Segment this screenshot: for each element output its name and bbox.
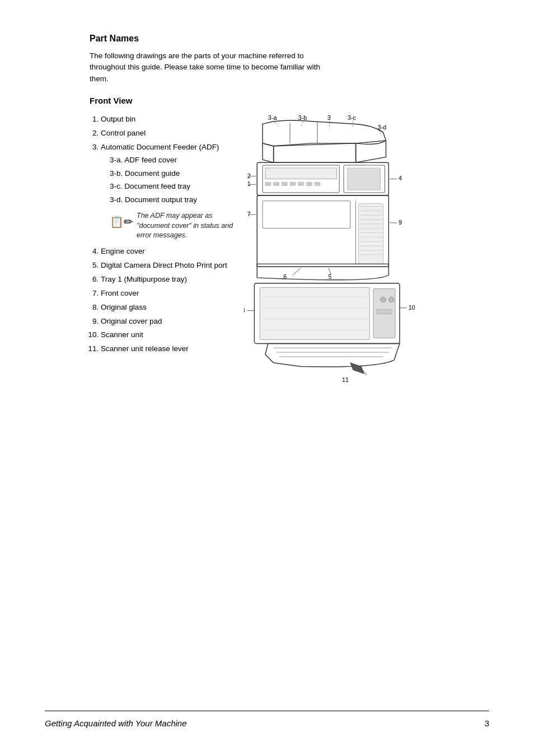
main-content: Output bin Control panel Automatic Docum… (90, 113, 489, 384)
sub-list-item: 3-a. ADF feed cover (110, 154, 238, 167)
list-item: Original glass (101, 301, 238, 314)
svg-point-56 (381, 297, 386, 302)
parts-list: Output bin Control panel Automatic Docum… (90, 113, 238, 357)
svg-rect-13 (290, 182, 296, 185)
list-item: Output bin (101, 113, 238, 126)
footer-title: Getting Acquainted with Your Machine (45, 718, 187, 728)
sub-list: 3-a. ADF feed cover 3-b. Document guide … (101, 154, 238, 207)
svg-rect-40 (263, 200, 350, 228)
list-item: Scanner unit (101, 329, 238, 342)
svg-rect-10 (265, 182, 271, 185)
svg-text:6: 6 (283, 273, 287, 280)
footer-divider (45, 711, 489, 711)
note-text: The ADF may appear as "document cover" i… (137, 211, 238, 241)
intro-text: The following drawings are the parts of … (90, 50, 325, 85)
svg-text:1: 1 (247, 180, 251, 187)
svg-rect-9 (265, 168, 336, 179)
svg-rect-15 (306, 182, 312, 185)
front-view-title: Front View (90, 96, 489, 105)
diagram-area: 3-a 3-b 3 3-c 3-d (244, 113, 446, 384)
svg-text:10: 10 (409, 304, 415, 310)
list-item: Scanner unit release lever (101, 343, 238, 356)
svg-text:9: 9 (399, 219, 402, 226)
list-item: Front cover (101, 287, 238, 300)
list-item: Original cover pad (101, 315, 238, 328)
sub-list-item: 3-b. Document guide (110, 167, 238, 180)
svg-text:4: 4 (399, 175, 402, 181)
footer-page: 3 (485, 718, 489, 728)
svg-rect-18 (348, 168, 381, 190)
printer-diagram: 3-a 3-b 3 3-c 3-d (244, 113, 446, 382)
note-box: 📋✏ The ADF may appear as "document cover… (110, 211, 238, 241)
footer: Getting Acquainted with Your Machine 3 (45, 718, 489, 728)
svg-text:7: 7 (247, 211, 251, 217)
svg-rect-14 (298, 182, 304, 185)
list-item: Control panel (101, 127, 238, 140)
svg-text:5: 5 (329, 273, 332, 280)
svg-text:3-a: 3-a (268, 114, 277, 121)
page: Part Names The following drawings are th… (0, 0, 534, 756)
list-item: Automatic Document Feeder (ADF) 3-a. ADF… (101, 141, 238, 241)
svg-line-45 (293, 268, 301, 275)
note-icon: 📋✏ (110, 212, 133, 231)
list-item: Tray 1 (Multipurpose tray) (101, 273, 238, 286)
svg-rect-58 (377, 309, 392, 314)
content-area: Part Names The following drawings are th… (90, 34, 489, 384)
svg-rect-11 (274, 182, 279, 185)
svg-rect-16 (315, 182, 320, 185)
svg-rect-12 (282, 182, 287, 185)
svg-text:3-c: 3-c (348, 114, 357, 121)
list-item: Digital Camera Direct Photo Print port (101, 259, 238, 272)
svg-text:2: 2 (247, 172, 251, 179)
svg-rect-50 (260, 287, 369, 339)
sub-list-item: 3-c. Document feed tray (110, 180, 238, 193)
sub-list-item: 3-d. Document output tray (110, 194, 238, 207)
svg-line-69 (301, 120, 304, 127)
list-item: Engine cover (101, 245, 238, 258)
section-title: Part Names (90, 34, 489, 44)
svg-text:8: 8 (244, 306, 245, 313)
svg-text:11: 11 (342, 376, 349, 382)
svg-text:3: 3 (327, 114, 331, 121)
svg-text:3-b: 3-b (298, 114, 307, 121)
svg-rect-27 (358, 203, 383, 264)
svg-point-57 (388, 297, 394, 302)
